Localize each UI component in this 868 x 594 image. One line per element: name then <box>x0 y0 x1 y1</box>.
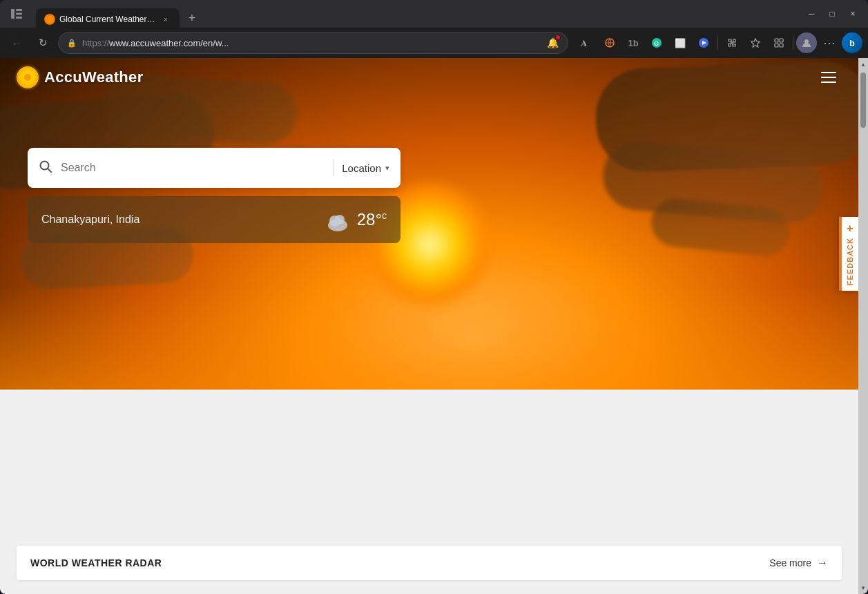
scroll-track <box>858 69 868 583</box>
svg-rect-2 <box>16 13 22 15</box>
svg-marker-10 <box>751 39 760 47</box>
below-hero-section: WORLD WEATHER RADAR See more → <box>0 390 858 594</box>
svg-rect-1 <box>16 9 22 11</box>
tab-close-btn[interactable]: × <box>160 14 171 25</box>
toolbar-icons: 𝐀 1b G ⬜ <box>575 32 862 54</box>
svg-point-29 <box>335 215 345 224</box>
right-scrollbar[interactable]: ▲ ▼ <box>858 58 868 594</box>
tab-favicon <box>44 14 55 25</box>
close-btn[interactable]: × <box>843 4 862 23</box>
temperature-display: 28°c <box>357 210 387 229</box>
scroll-thumb[interactable] <box>860 73 866 128</box>
chevron-down-icon: ▾ <box>385 164 389 173</box>
svg-rect-12 <box>780 39 783 42</box>
window-controls: ─ □ × <box>802 4 862 23</box>
hamburger-menu-btn[interactable] <box>816 66 842 88</box>
collections-icon[interactable] <box>768 32 790 54</box>
translate-icon[interactable] <box>599 32 621 54</box>
hamburger-line <box>821 77 836 78</box>
sidebar-toggle-btn[interactable] <box>6 3 28 25</box>
svg-text:G: G <box>654 40 659 47</box>
svg-line-22 <box>31 81 32 82</box>
location-card[interactable]: Chanakyapuri, India <box>28 196 401 243</box>
svg-rect-0 <box>11 9 15 19</box>
browser-ext-icon[interactable]: ⬜ <box>669 32 691 54</box>
radar-title: WORLD WEATHER RADAR <box>30 557 162 568</box>
feedback-plus-icon: + <box>847 222 853 235</box>
feedback-button[interactable]: + FEEDBACK <box>839 217 858 291</box>
notification-icon[interactable]: 🔔 <box>546 36 559 50</box>
toolbar-divider <box>717 36 718 50</box>
weather-info: 28°c <box>320 207 387 232</box>
svg-rect-11 <box>775 39 778 42</box>
feedback-panel: + FEEDBACK <box>839 217 858 291</box>
scroll-down-arrow[interactable]: ▼ <box>858 583 868 593</box>
profile-icon[interactable] <box>796 32 817 53</box>
svg-rect-13 <box>775 44 778 47</box>
search-box: Location ▾ <box>28 148 401 188</box>
weather-cloud-moon-icon <box>320 207 349 232</box>
location-dropdown[interactable]: Location ▾ <box>342 162 389 174</box>
radar-section: WORLD WEATHER RADAR See more → <box>17 546 842 580</box>
nav-bar: ← ↻ 🔒 https://www.accuweather.com/en/w..… <box>0 28 868 58</box>
minimize-btn[interactable]: ─ <box>802 4 821 23</box>
site-header: AccuWeather <box>0 58 858 97</box>
page-content: AccuWeather <box>0 58 858 594</box>
refresh-btn[interactable]: ↻ <box>32 32 54 54</box>
svg-point-16 <box>24 74 31 81</box>
puzzle-icon[interactable] <box>721 32 743 54</box>
svg-text:𝐀: 𝐀 <box>581 38 587 48</box>
search-icon <box>39 160 52 177</box>
maximize-btn[interactable]: □ <box>822 4 842 23</box>
svg-rect-14 <box>780 44 783 47</box>
search-area: Location ▾ Chanakyapuri, India <box>28 148 401 243</box>
svg-line-21 <box>23 73 25 75</box>
scroll-up-arrow[interactable]: ▲ <box>858 59 868 69</box>
hero-section: AccuWeather <box>0 58 858 390</box>
active-tab[interactable]: Global Current Weather | AccuW × <box>36 8 180 30</box>
extensions-icon[interactable]: 1b <box>622 32 644 54</box>
title-bar: Global Current Weather | AccuW × + ─ □ × <box>0 0 868 28</box>
horizon-haze <box>0 286 858 390</box>
logo-sun-icon <box>17 66 39 88</box>
svg-line-24 <box>31 73 32 75</box>
svg-rect-3 <box>16 17 22 19</box>
see-more-label: See more <box>769 557 811 568</box>
see-more-link[interactable]: See more → <box>769 557 828 569</box>
settings-icon[interactable]: ⋯ <box>818 32 840 54</box>
location-name: Chanakyapuri, India <box>41 213 139 226</box>
tab-title: Global Current Weather | AccuW <box>59 15 156 24</box>
hamburger-line <box>821 72 836 73</box>
new-tab-button[interactable]: + <box>182 8 202 28</box>
play-icon[interactable] <box>693 32 715 54</box>
content-area: AccuWeather <box>0 58 868 594</box>
logo-container[interactable]: AccuWeather <box>17 66 144 88</box>
notif-badge <box>555 35 561 40</box>
logo-text: AccuWeather <box>44 68 144 86</box>
address-text: https://www.accuweather.com/en/w... <box>82 38 540 48</box>
search-divider <box>333 160 334 176</box>
arrow-right-icon: → <box>817 557 828 569</box>
svg-line-26 <box>48 169 51 172</box>
grammarly-icon[interactable]: G <box>646 32 668 54</box>
search-input[interactable] <box>61 162 325 174</box>
hamburger-line <box>821 82 836 83</box>
toolbar-divider-2 <box>793 36 793 50</box>
bing-chat-icon[interactable]: b <box>842 32 862 53</box>
svg-line-23 <box>23 81 25 82</box>
tab-bar: Global Current Weather | AccuW × + <box>36 0 799 28</box>
read-aloud-icon[interactable]: 𝐀 <box>575 32 597 54</box>
location-label: Location <box>342 162 381 174</box>
feedback-label: FEEDBACK <box>846 238 854 285</box>
address-bar[interactable]: 🔒 https://www.accuweather.com/en/w... 🔔 <box>58 32 568 54</box>
back-btn[interactable]: ← <box>6 32 28 54</box>
favorites-icon[interactable] <box>744 32 766 54</box>
lock-icon: 🔒 <box>67 39 77 48</box>
